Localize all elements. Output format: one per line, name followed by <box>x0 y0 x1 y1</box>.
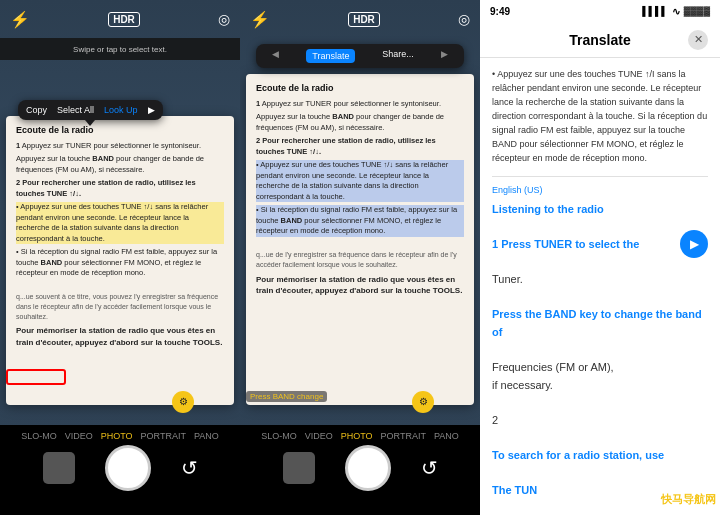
doc-mid-line-4: • Appuyez sur une des touches TUNE ↑/↓ s… <box>256 160 464 202</box>
copy-toolbar: Copy Select All Look Up ▶ <box>18 100 163 120</box>
doc-mid-line-2: Appuyez sur la touche BAND pour changer … <box>256 112 464 133</box>
copy-button[interactable]: Copy <box>26 105 47 115</box>
mode-photo-mid[interactable]: PHOTO <box>341 431 373 441</box>
close-icon: ✕ <box>694 33 703 46</box>
hdr-badge-mid[interactable]: HDR <box>348 12 380 27</box>
translate-button-mid[interactable]: Translate <box>306 49 355 63</box>
mode-video-mid[interactable]: VIDEO <box>305 431 333 441</box>
english-line-6: 2 <box>492 412 708 430</box>
document-card-left: Ecoute de la radio 1 Appuyez sur TUNER p… <box>6 116 234 405</box>
doc-line-3: 2 Pour rechercher une station de radio, … <box>16 178 224 199</box>
translate-content: • Appuyez sur une des touches TUNE ↑/I s… <box>480 58 720 515</box>
english-line-4: Frequencies (FM or AM), <box>492 359 708 377</box>
red-highlight-box <box>6 369 66 385</box>
camera-modes-mid: SLO-MO VIDEO PHOTO PORTRAIT PANO <box>261 425 459 445</box>
status-icons: ▌▌▌▌ ∿ ▓▓▓▓ <box>642 6 710 17</box>
doc-line-1: 1 Appuyez sur TUNER pour sélectionner le… <box>16 141 224 152</box>
mode-photo-left[interactable]: PHOTO <box>101 431 133 441</box>
press-band-label: Press BAND change <box>246 385 474 403</box>
translate-title: Translate <box>569 32 630 48</box>
flash-icon-left[interactable]: ⚡ <box>10 10 30 29</box>
timer-icon-mid[interactable]: ◎ <box>458 11 470 27</box>
play-button[interactable]: ▶ <box>680 230 708 258</box>
camera-bottom-bar-left: SLO-MO VIDEO PHOTO PORTRAIT PANO ↺ <box>0 425 240 515</box>
flip-camera-icon-left[interactable]: ↺ <box>181 456 198 480</box>
wifi-icon: ∿ <box>672 6 680 17</box>
translate-toolbar: ◀ Translate Share... ▶ <box>256 44 464 68</box>
doc-line-2: Appuyez sur la touche BAND pour changer … <box>16 154 224 175</box>
status-bar-right: 9:49 ▌▌▌▌ ∿ ▓▓▓▓ <box>480 0 720 22</box>
toolbar-back-mid[interactable]: ◀ <box>272 49 279 63</box>
signal-icon: ▌▌▌▌ <box>642 6 668 16</box>
doc-bottom-text-mid: Pour mémoriser la station de radio que v… <box>256 274 464 296</box>
camera-modes-left: SLO-MO VIDEO PHOTO PORTRAIT PANO <box>21 425 219 445</box>
doc-title-left: Ecoute de la radio <box>16 124 224 137</box>
status-time: 9:49 <box>490 6 510 17</box>
camera-thumbnail-mid[interactable] <box>283 452 315 484</box>
watermark: 快马导航网 <box>661 492 716 507</box>
doc-mid-line-5: • Si la réception du signal radio FM est… <box>256 205 464 237</box>
battery-icon: ▓▓▓▓ <box>684 6 710 16</box>
mode-slo-mo-left[interactable]: SLO-MO <box>21 431 57 441</box>
yellow-circle-left: ⚙ <box>172 391 194 413</box>
mode-video-left[interactable]: VIDEO <box>65 431 93 441</box>
camera-thumbnail-left[interactable] <box>43 452 75 484</box>
doc-line-4: • Appuyez sur une des touches TUNE ↑/↓ s… <box>16 202 224 244</box>
english-line-3: Press the BAND key to change the band of <box>492 306 708 341</box>
panel-mid: ⚡ HDR ◎ ◀ Translate Share... ▶ Ecoute de… <box>240 0 480 515</box>
doc-title-mid: Ecoute de la radio <box>256 82 464 95</box>
camera-shutter-row-mid: ↺ <box>240 445 480 491</box>
english-translation: Listening to the radio 1 Press TUNER to … <box>492 201 708 500</box>
camera-shutter-row-left: ↺ <box>0 445 240 491</box>
doc-mid-line-1: 1 Appuyez sur TUNER pour sélectionner le… <box>256 99 464 110</box>
doc-bottom-text-left: Pour mémoriser la station de radio que v… <box>16 325 224 347</box>
content-divider <box>492 176 708 177</box>
camera-top-bar-left: ⚡ HDR ◎ <box>0 0 240 38</box>
hdr-badge-left[interactable]: HDR <box>108 12 140 27</box>
mode-portrait-mid[interactable]: PORTRAIT <box>381 431 426 441</box>
mode-pano-left[interactable]: PANO <box>194 431 219 441</box>
camera-top-bar-mid: ⚡ HDR ◎ <box>240 0 480 38</box>
doc-extra-text: q...ue souvent à ce titre, vous pouvez l… <box>16 292 224 321</box>
select-all-button[interactable]: Select All <box>57 105 94 115</box>
mode-slo-mo-mid[interactable]: SLO-MO <box>261 431 297 441</box>
selection-hint-bar: Swipe or tap to select text. <box>0 38 240 60</box>
close-button[interactable]: ✕ <box>688 30 708 50</box>
toolbar-forward-mid[interactable]: ▶ <box>441 49 448 63</box>
flash-icon-mid[interactable]: ⚡ <box>250 10 270 29</box>
shutter-button-mid[interactable] <box>345 445 391 491</box>
share-button-mid[interactable]: Share... <box>382 49 414 63</box>
more-button[interactable]: ▶ <box>148 105 155 115</box>
press-band-text: Press BAND change <box>246 391 327 402</box>
document-card-mid: Ecoute de la radio 1 Appuyez sur TUNER p… <box>246 74 474 405</box>
toolbar-arrow <box>85 120 95 126</box>
doc-mid-line-3: 2 Pour rechercher une station de radio, … <box>256 136 464 157</box>
english-line-5: if necessary. <box>492 377 708 395</box>
doc-mid-extra: q...ue de l'y enregistrer sa fréquence d… <box>256 250 464 270</box>
translate-header: Translate ✕ <box>480 22 720 58</box>
panel-left: ⚡ HDR ◎ Swipe or tap to select text. Cop… <box>0 0 240 515</box>
english-line-2: Tuner. <box>492 271 708 289</box>
timer-icon-left[interactable]: ◎ <box>218 11 230 27</box>
language-label: English (US) <box>492 185 708 195</box>
mode-portrait-left[interactable]: PORTRAIT <box>141 431 186 441</box>
play-icon: ▶ <box>690 237 699 251</box>
shutter-button-left[interactable] <box>105 445 151 491</box>
doc-line-5: • Si la réception du signal radio FM est… <box>16 247 224 279</box>
flip-camera-icon-mid[interactable]: ↺ <box>421 456 438 480</box>
panel-right: 9:49 ▌▌▌▌ ∿ ▓▓▓▓ Translate ✕ • Appuyez s… <box>480 0 720 515</box>
french-text: • Appuyez sur une des touches TUNE ↑/I s… <box>492 68 708 166</box>
mode-pano-mid[interactable]: PANO <box>434 431 459 441</box>
english-title: Listening to the radio <box>492 201 708 219</box>
camera-bottom-bar-mid: SLO-MO VIDEO PHOTO PORTRAIT PANO ↺ <box>240 425 480 515</box>
english-line-1: 1 Press TUNER to select the <box>492 236 708 254</box>
selection-hint-text: Swipe or tap to select text. <box>73 45 167 54</box>
look-up-button[interactable]: Look Up <box>104 105 138 115</box>
english-line-7: To search for a radio station, use <box>492 447 708 465</box>
